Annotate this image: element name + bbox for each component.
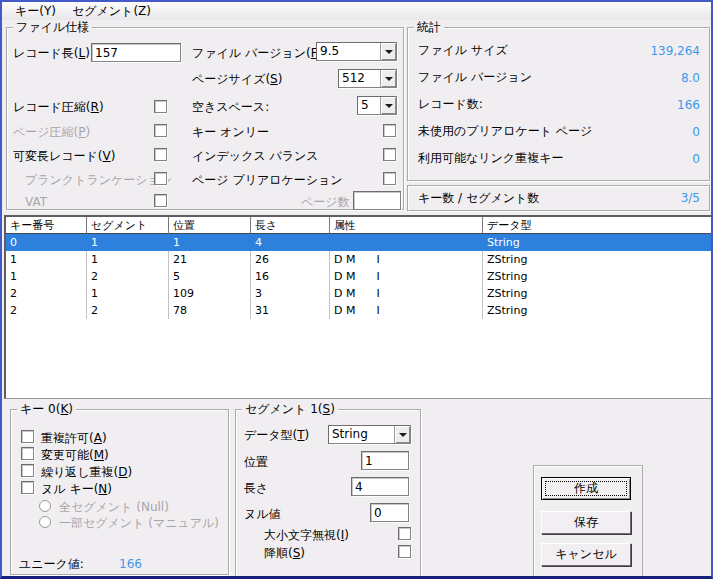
stat-value: 139,264 xyxy=(650,44,700,58)
variable-records-checkbox[interactable] xyxy=(154,148,167,161)
stat-label: ファイル サイズ xyxy=(418,42,508,59)
table-row[interactable]: 2 1 109 3 D M I ZString xyxy=(6,285,712,302)
cell: 1 xyxy=(87,285,169,302)
data-type-value: String xyxy=(329,426,394,443)
position-input[interactable] xyxy=(361,451,409,470)
repeating-dup-checkbox[interactable] xyxy=(21,464,34,477)
cell: 3 xyxy=(251,285,330,302)
cell: 2 xyxy=(87,302,169,319)
key-segment-count-value: 3/5 xyxy=(681,191,700,205)
chevron-down-icon[interactable] xyxy=(380,97,396,114)
page-preallocation-checkbox[interactable] xyxy=(383,172,396,185)
cell xyxy=(330,234,483,251)
stat-linked-dup-keys: 利用可能なリンク重複キー 0 xyxy=(408,145,709,172)
page-count-input[interactable] xyxy=(353,191,401,210)
cell: D M I xyxy=(330,285,483,302)
focus-rect xyxy=(545,481,627,496)
length-input[interactable] xyxy=(351,477,409,496)
record-length-input[interactable] xyxy=(91,43,181,62)
chevron-down-icon[interactable] xyxy=(380,70,396,87)
cell: 1 xyxy=(169,234,251,251)
cell: 1 xyxy=(6,268,87,285)
unique-values-value: 166 xyxy=(119,557,142,571)
cell: ZString xyxy=(483,285,712,302)
free-space-value: 5 xyxy=(358,97,380,114)
file-spec-group: ファイル仕様 レコード長(L) ファイル バージョン(F) 9.5 ページサイズ… xyxy=(6,27,404,210)
null-value-label: ヌル値 xyxy=(244,507,281,521)
modifiable-checkbox[interactable] xyxy=(21,447,34,460)
record-compression-checkbox[interactable] xyxy=(154,100,167,113)
table-row[interactable]: 1 1 21 26 D M I ZString xyxy=(6,251,712,268)
page-compression-label: ページ圧縮(P) xyxy=(13,125,90,139)
page-size-value: 512 xyxy=(339,70,380,87)
stat-record-count: レコード数: 166 xyxy=(408,91,709,118)
dup-allowed-checkbox[interactable] xyxy=(21,430,34,443)
key-only-checkbox[interactable] xyxy=(383,124,396,137)
descending-checkbox[interactable] xyxy=(398,545,411,558)
cell: 1 xyxy=(87,234,169,251)
stat-unused-prealloc-pages: 未使用のプリアロケート ページ 0 xyxy=(408,118,709,145)
cell: 2 xyxy=(6,285,87,302)
col-header-segment[interactable]: セグメント xyxy=(87,217,169,234)
free-space-combo[interactable]: 5 xyxy=(357,96,397,115)
stat-value: 0 xyxy=(692,152,700,166)
key-options-group: キー 0(K) 重複許可(A) 変更可能(M) 繰り返し重複(D) ヌル キー(… xyxy=(10,409,229,575)
table-row[interactable]: 0 1 1 4 String xyxy=(6,234,712,251)
index-balance-checkbox[interactable] xyxy=(383,148,396,161)
record-compression-label: レコード圧縮(R) xyxy=(13,100,104,114)
cell: D M I xyxy=(330,302,483,319)
null-value-input[interactable] xyxy=(370,503,409,522)
table-row[interactable]: 2 2 78 31 D M I ZString xyxy=(6,302,712,319)
key-only-label: キー オンリー xyxy=(192,125,269,139)
key-segment-table: キー番号 セグメント 位置 長さ 属性 データ型 0 1 1 4 String … xyxy=(4,215,713,399)
descending-label: 降順(S) xyxy=(264,546,305,560)
cell: 16 xyxy=(251,268,330,285)
data-type-label: データ型(T) xyxy=(244,428,309,442)
position-label: 位置 xyxy=(244,455,268,469)
page-size-combo[interactable]: 512 xyxy=(338,69,397,88)
col-header-length[interactable]: 長さ xyxy=(251,217,330,234)
cell: D M I xyxy=(330,251,483,268)
cell: 2 xyxy=(87,268,169,285)
col-header-attributes[interactable]: 属性 xyxy=(330,217,483,234)
cell: 5 xyxy=(169,268,251,285)
file-version-combo[interactable]: 9.5 xyxy=(316,42,397,61)
create-button[interactable]: 作成 xyxy=(541,477,631,500)
cell: 78 xyxy=(169,302,251,319)
cell: 109 xyxy=(169,285,251,302)
chevron-down-icon[interactable] xyxy=(380,43,396,60)
stat-value: 166 xyxy=(677,98,700,112)
unique-values-label: ユニーク値: xyxy=(19,557,84,571)
stat-value: 8.0 xyxy=(681,71,700,85)
stat-label: ファイル バージョン xyxy=(418,69,532,86)
stat-file-size: ファイル サイズ 139,264 xyxy=(408,37,709,64)
stat-label: レコード数: xyxy=(418,96,483,113)
chevron-down-icon[interactable] xyxy=(394,426,410,443)
cancel-button-label: キャンセル xyxy=(555,546,616,563)
stat-label: 未使用のプリアロケート ページ xyxy=(418,123,592,140)
cell: String xyxy=(483,234,712,251)
case-insensitive-checkbox[interactable] xyxy=(398,527,411,540)
partial-segments-label: 一部セグメント (マニュアル) xyxy=(59,516,219,530)
null-key-checkbox[interactable] xyxy=(21,481,34,494)
cell: 31 xyxy=(251,302,330,319)
cell: ZString xyxy=(483,302,712,319)
save-button-label: 保存 xyxy=(574,514,598,531)
col-header-position[interactable]: 位置 xyxy=(169,217,251,234)
file-version-value: 9.5 xyxy=(317,43,380,60)
menu-key[interactable]: キー(Y) xyxy=(9,2,62,21)
record-length-label: レコード長(L) xyxy=(13,46,90,60)
null-key-label: ヌル キー(N) xyxy=(41,482,112,496)
cell: ZString xyxy=(483,251,712,268)
col-header-data-type[interactable]: データ型 xyxy=(483,217,712,234)
cancel-button[interactable]: キャンセル xyxy=(541,543,631,566)
free-space-label: 空きスペース: xyxy=(192,100,269,114)
blank-truncation-checkbox xyxy=(154,172,167,185)
blank-truncation-label: ブランクトランケーション xyxy=(25,173,172,187)
data-type-combo[interactable]: String xyxy=(328,425,411,444)
table-row[interactable]: 1 2 5 16 D M I ZString xyxy=(6,268,712,285)
cell: 0 xyxy=(6,234,87,251)
save-button[interactable]: 保存 xyxy=(541,511,631,534)
menu-segment[interactable]: セグメント(Z) xyxy=(66,2,157,21)
col-header-key-number[interactable]: キー番号 xyxy=(6,217,87,234)
